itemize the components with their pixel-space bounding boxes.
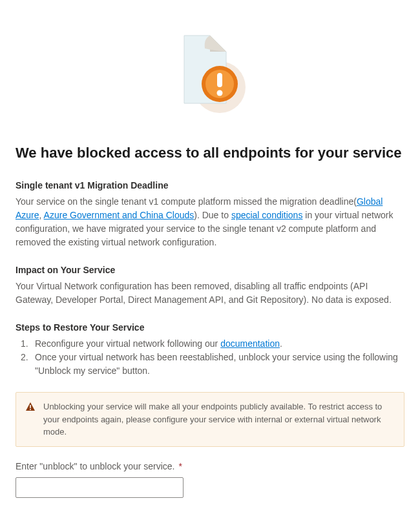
svg-point-6	[30, 409, 31, 410]
svg-point-4	[217, 90, 223, 96]
svg-rect-3	[217, 73, 222, 87]
step2-text: Once your virtual network has been reest…	[35, 351, 404, 378]
step-number-1: 1.	[21, 337, 32, 351]
required-indicator: *	[178, 461, 182, 471]
blocked-document-icon	[165, 19, 255, 123]
step-number-2: 2.	[21, 351, 32, 364]
section-migration-deadline: Single tenant v1 Migration Deadline Your…	[16, 179, 404, 249]
link-special-conditions[interactable]: special conditions	[231, 210, 303, 220]
warning-text: Unblocking your service will make all yo…	[43, 400, 395, 438]
link-documentation[interactable]: documentation	[220, 338, 280, 349]
header-illustration	[16, 19, 404, 123]
migration-body: Your service on the single tenant v1 com…	[16, 195, 404, 249]
link-gov-china-clouds[interactable]: Azure Government and China Clouds	[44, 210, 194, 220]
input-label-text: Enter "unblock" to unblock your service.	[16, 461, 175, 471]
restore-step-2: 2. Once your virtual network has been re…	[21, 351, 404, 378]
section-impact: Impact on Your Service Your Virtual Netw…	[16, 263, 404, 307]
warning-triangle-icon	[25, 402, 36, 412]
migration-text-2: ,	[39, 210, 44, 220]
warning-banner: Unblocking your service will make all yo…	[16, 392, 404, 447]
migration-text-1: Your service on the single tenant v1 com…	[16, 196, 357, 207]
step1-text-b: .	[280, 338, 282, 349]
page-title: We have blocked access to all endpoints …	[16, 142, 404, 163]
restore-heading: Steps to Restore Your Service	[16, 321, 404, 335]
step1-text-a: Reconfigure your virtual network followi…	[35, 338, 220, 349]
impact-heading: Impact on Your Service	[16, 263, 404, 277]
unblock-input-label: Enter "unblock" to unblock your service.…	[16, 460, 404, 473]
impact-body: Your Virtual Network configuration has b…	[16, 280, 404, 307]
migration-heading: Single tenant v1 Migration Deadline	[16, 179, 404, 192]
unblock-input[interactable]	[16, 477, 184, 498]
section-restore-steps: Steps to Restore Your Service 1. Reconfi…	[16, 321, 404, 378]
restore-step-1: 1. Reconfigure your virtual network foll…	[21, 337, 404, 351]
migration-text-3: ). Due to	[194, 210, 231, 220]
svg-rect-5	[30, 405, 31, 408]
